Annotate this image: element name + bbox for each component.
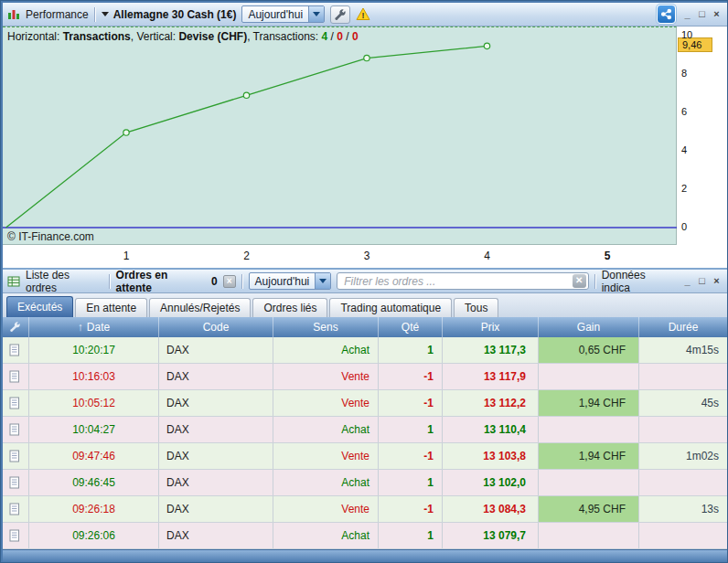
order-row[interactable]: 09:47:46 DAX Vente -1 13 103,8 1,94 CHF … [3,443,727,470]
orders-period-select[interactable]: Aujourd'hui [249,272,332,290]
order-row-icon-cell [3,470,28,495]
order-row[interactable]: 09:46:45 DAX Achat 1 13 102,0 [3,470,727,496]
transactions-label: Transactions: [253,30,319,43]
cell-qte: -1 [378,443,442,469]
order-row[interactable]: 10:16:03 DAX Vente -1 13 117,9 [3,364,727,390]
separator [109,274,111,289]
column-header-sens[interactable]: Sens [273,317,378,337]
performance-plot[interactable]: Horizontal: Transactions, Vertical: Devi… [3,27,677,245]
orders-tab[interactable]: Ordres liés [252,298,327,317]
order-details-icon[interactable] [9,476,22,489]
period-select-arrow[interactable] [308,6,324,22]
period-select[interactable]: Aujourd'hui [241,5,325,23]
cell-qte: -1 [378,364,442,389]
cell-gain: 1,94 CHF [538,443,638,469]
vertical-value: Devise (CHF) [178,30,247,43]
order-details-icon[interactable] [9,344,22,356]
cell-date: 09:47:46 [28,443,158,469]
maximize-button[interactable]: □ [696,275,708,288]
cell-prix: 13 117,9 [442,364,538,389]
maximize-button[interactable]: □ [696,8,708,21]
orders-tab[interactable]: Annulés/Rejetés [149,298,251,317]
window-inner: Performance Allemagne 30 Cash (1€) Aujou… [3,3,727,562]
transactions-even-count: 0 [352,30,359,43]
minimize-button[interactable]: _ [681,275,693,288]
y-axis-tick: 0 [681,220,687,233]
pending-close-icon[interactable]: × [223,275,236,288]
cell-prix: 13 084,3 [442,496,538,522]
orders-period-arrow[interactable] [315,273,330,289]
order-row-icon-cell [3,364,28,389]
order-details-icon[interactable] [9,397,22,409]
cell-code: DAX [158,496,273,522]
warning-icon[interactable]: ! [356,7,370,22]
column-header-date[interactable]: ↑Date [28,317,158,337]
bottom-scrollbar[interactable] [3,549,727,562]
cell-prix: 13 079,7 [442,523,538,548]
column-header-prix[interactable]: Prix [442,317,538,337]
chart-header: Horizontal: Transactions, Vertical: Devi… [3,27,677,43]
order-row-icon-cell [3,390,28,416]
column-header-qte[interactable]: Qté [378,317,442,337]
cell-sens: Achat [273,470,378,495]
cell-prix: 13 110,4 [442,417,538,442]
order-row-icon-cell [3,523,28,548]
orders-tab[interactable]: En attente [75,298,147,317]
close-button[interactable]: × [711,8,723,21]
order-row[interactable]: 10:20:17 DAX Achat 1 13 117,3 0,65 CHF 4… [3,337,727,364]
column-header-duree[interactable]: Durée [638,317,727,337]
order-details-icon[interactable] [9,503,22,515]
cell-prix: 13 103,8 [442,443,538,469]
instrument-selector[interactable]: Allemagne 30 Cash (1€) [102,8,237,21]
separator [594,274,596,289]
pending-orders-label: Ordres en attente [116,269,206,294]
cell-qte: 1 [378,523,442,548]
orders-tabs: ExécutésEn attenteAnnulés/RejetésOrdres … [3,293,727,317]
orders-tab[interactable]: Trading automatique [329,298,452,317]
cell-prix: 13 117,3 [442,337,538,363]
cell-duree [638,470,727,495]
y-axis-tick: 2 [681,182,687,195]
side-window-controls: _ □ × [681,275,723,288]
order-details-icon[interactable] [9,450,22,462]
chart-y-axis: 9,46 1086420 [677,27,727,268]
column-header-gain[interactable]: Gain [538,317,638,337]
vertical-label: Vertical: [136,30,176,43]
order-row[interactable]: 09:26:06 DAX Achat 1 13 079,7 [3,523,727,549]
columns-settings-cell[interactable] [3,317,28,337]
cell-date: 10:16:03 [28,364,158,389]
cell-sens: Vente [273,443,378,469]
cell-code: DAX [158,523,273,548]
order-row[interactable]: 10:05:12 DAX Vente -1 13 112,2 1,94 CHF … [3,390,727,417]
orders-tab[interactable]: Exécutés [6,296,73,317]
period-select-value: Aujourd'hui [242,6,308,22]
separator [94,7,96,22]
performance-titlebar: Performance Allemagne 30 Cash (1€) Aujou… [3,3,727,27]
filter-clear-icon[interactable]: ✕ [573,274,586,288]
cell-gain [538,523,638,548]
x-axis-tick: 3 [357,250,377,262]
orders-filter-input[interactable] [337,272,588,290]
order-row-icon-cell [3,496,28,522]
cell-duree: 45s [638,390,727,416]
column-header-code[interactable]: Code [158,317,273,337]
order-details-icon[interactable] [9,370,22,383]
cell-gain: 0,65 CHF [538,337,638,363]
y-axis-tick: 4 [681,143,687,156]
cell-code: DAX [158,443,273,469]
cell-date: 09:46:45 [28,470,158,495]
order-details-icon[interactable] [9,423,22,436]
order-details-icon[interactable] [9,529,22,542]
minimize-button[interactable]: _ [681,8,693,21]
order-row[interactable]: 09:26:18 DAX Vente -1 13 084,3 4,95 CHF … [3,496,727,523]
close-button[interactable]: × [711,275,723,288]
trading-platform-window: Performance Allemagne 30 Cash (1€) Aujou… [0,0,728,563]
chart-settings-button[interactable] [330,5,350,24]
share-button[interactable] [657,5,676,24]
cell-qte: -1 [378,390,442,416]
wrench-icon [9,321,22,334]
orders-table-header: ↑Date Code Sens Qté Prix Gain Durée [3,317,727,337]
order-row[interactable]: 10:04:27 DAX Achat 1 13 110,4 [3,417,727,443]
order-row-icon-cell [3,443,28,469]
orders-tab[interactable]: Tous [454,298,498,317]
